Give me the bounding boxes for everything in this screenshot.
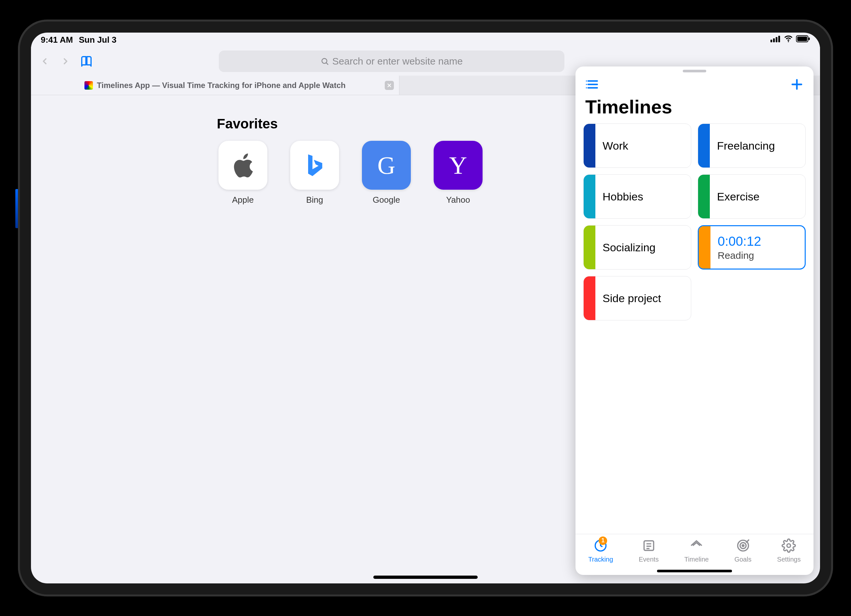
favorite-tile[interactable]: [290, 141, 339, 190]
forward-button[interactable]: [59, 54, 73, 68]
svg-point-17: [586, 87, 587, 89]
tile-name: Reading: [718, 250, 761, 261]
tile-color-stripe: [698, 175, 710, 218]
url-placeholder: Search or enter website name: [332, 56, 463, 67]
svg-point-29: [787, 544, 791, 547]
timeline-tiles: Work Freelancing Hobbies Exercise Social…: [576, 123, 813, 320]
menu-icon[interactable]: [585, 78, 599, 93]
tab-label: Timeline: [684, 556, 709, 563]
tile-color-stripe: [583, 124, 595, 168]
favorite-label: Google: [373, 195, 400, 205]
tab-label: Settings: [777, 556, 800, 563]
favorite-item[interactable]: Apple: [217, 141, 269, 205]
status-bar: 9:41 AM Sun Jul 3: [31, 33, 820, 47]
wifi-icon: [783, 34, 793, 46]
signal-icon: [770, 35, 781, 44]
favorite-tile[interactable]: G: [362, 141, 411, 190]
close-tab-button[interactable]: [385, 81, 394, 90]
svg-line-9: [326, 63, 328, 64]
favorite-label: Bing: [306, 195, 323, 205]
timeline-icon: [689, 538, 704, 554]
tile-color-stripe: [583, 276, 595, 320]
svg-rect-2: [776, 37, 777, 42]
tab-favicon: [84, 81, 93, 90]
slideover-tab-timeline[interactable]: Timeline: [684, 538, 709, 563]
slideover-tab-goals[interactable]: Goals: [734, 538, 751, 563]
status-date: Sun Jul 3: [79, 35, 117, 45]
favorite-item[interactable]: Y Yahoo: [432, 141, 484, 205]
favorite-item[interactable]: G Google: [360, 141, 412, 205]
screen: 9:41 AM Sun Jul 3: [31, 33, 820, 583]
slideover-grabber[interactable]: [683, 70, 706, 72]
tab-label: Tracking: [588, 556, 613, 563]
slideover-title: Timelines: [576, 96, 813, 123]
tile-name: Socializing: [603, 241, 656, 254]
battery-icon: [796, 35, 810, 45]
status-time: 9:41 AM: [41, 35, 73, 45]
bookmarks-button[interactable]: [79, 54, 93, 68]
svg-rect-0: [770, 40, 772, 42]
slideover-tabbar: 1 Tracking Events Timeline Goals Setting…: [576, 534, 813, 570]
favorite-label: Yahoo: [446, 195, 470, 205]
add-button[interactable]: [790, 78, 804, 93]
tile-color-stripe: [698, 124, 710, 168]
tab-badge: 1: [598, 536, 607, 545]
timeline-tile[interactable]: Freelancing: [698, 123, 806, 168]
search-icon: [320, 57, 329, 66]
tile-color-stripe: [583, 175, 595, 218]
slideover-tab-settings[interactable]: Settings: [777, 538, 800, 563]
slideover-home-indicator[interactable]: [657, 570, 732, 572]
svg-point-27: [742, 545, 744, 547]
svg-rect-7: [809, 38, 810, 40]
url-bar[interactable]: Search or enter website name: [219, 51, 564, 72]
svg-point-16: [586, 84, 587, 85]
back-button[interactable]: [38, 54, 52, 68]
favorite-item[interactable]: Bing: [289, 141, 341, 205]
gear-icon: [782, 538, 796, 554]
timeline-tile[interactable]: Exercise: [698, 174, 806, 219]
favorite-tile[interactable]: Y: [434, 141, 483, 190]
svg-rect-6: [797, 36, 807, 41]
timeline-tile[interactable]: Hobbies: [583, 174, 691, 219]
ipad-frame: 9:41 AM Sun Jul 3: [18, 20, 833, 596]
tile-timer: 0:00:12: [718, 234, 761, 249]
favorite-tile[interactable]: [218, 141, 268, 190]
slideover-panel[interactable]: Timelines Work Freelancing Hobbies Exerc…: [576, 66, 813, 575]
home-indicator[interactable]: [373, 575, 478, 579]
tile-color-stripe: [699, 226, 710, 269]
timeline-tile[interactable]: 0:00:12 Reading: [698, 225, 806, 269]
favorite-label: Apple: [232, 195, 254, 205]
svg-rect-1: [773, 39, 775, 42]
slideover-tab-events[interactable]: Events: [639, 538, 659, 563]
tile-color-stripe: [583, 225, 595, 269]
tab-label: Goals: [734, 556, 751, 563]
timeline-tile[interactable]: Socializing: [583, 225, 691, 269]
browser-tab[interactable]: Timelines App — Visual Time Tracking for…: [31, 76, 399, 95]
slideover-tab-tracking[interactable]: 1 Tracking: [588, 538, 613, 563]
svg-point-15: [586, 81, 587, 82]
tab-label: Events: [639, 556, 659, 563]
tile-name: Work: [603, 140, 628, 152]
timeline-tile[interactable]: Side project: [583, 276, 691, 320]
timeline-tile[interactable]: Work: [583, 123, 691, 168]
tile-name: Side project: [603, 292, 661, 305]
svg-point-4: [788, 41, 789, 42]
list-icon: [642, 538, 656, 554]
tile-name: Freelancing: [717, 140, 775, 152]
tile-name: Exercise: [717, 190, 759, 203]
tile-name: Hobbies: [603, 190, 643, 203]
tab-title: Timelines App — Visual Time Tracking for…: [97, 81, 346, 90]
target-icon: [736, 538, 750, 554]
svg-rect-3: [778, 36, 780, 42]
